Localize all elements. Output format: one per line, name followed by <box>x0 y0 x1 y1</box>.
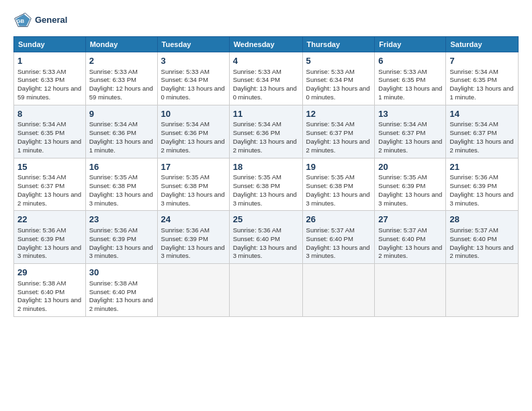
sunrise-label: Sunrise: 5:33 AM <box>233 68 281 75</box>
calendar-cell <box>302 264 375 317</box>
weekday-header-thursday: Thursday <box>302 37 375 52</box>
daylight-label: Daylight: 13 hours and 3 minutes. <box>17 244 81 260</box>
calendar-cell: 28Sunrise: 5:37 AMSunset: 6:40 PMDayligh… <box>446 211 519 264</box>
calendar-cell: 26Sunrise: 5:37 AMSunset: 6:40 PMDayligh… <box>302 211 375 264</box>
day-number: 11 <box>233 108 299 120</box>
sunrise-label: Sunrise: 5:37 AM <box>449 226 498 234</box>
calendar-table: SundayMondayTuesdayWednesdayThursdayFrid… <box>13 36 519 317</box>
daylight-label: Daylight: 13 hours and 0 minutes. <box>306 85 370 101</box>
daylight-label: Daylight: 13 hours and 3 minutes. <box>161 191 225 207</box>
daylight-label: Daylight: 13 hours and 0 minutes. <box>161 85 225 101</box>
calendar-cell: 30Sunrise: 5:38 AMSunset: 6:40 PMDayligh… <box>85 264 157 317</box>
sunset-label: Sunset: 6:40 PM <box>89 288 136 295</box>
sunrise-label: Sunrise: 5:36 AM <box>233 226 281 234</box>
weekday-header-saturday: Saturday <box>446 37 519 52</box>
calendar-cell <box>446 264 519 317</box>
calendar-cell <box>157 264 229 317</box>
sunrise-label: Sunrise: 5:35 AM <box>161 173 210 181</box>
sunrise-label: Sunrise: 5:35 AM <box>378 173 427 181</box>
day-number: 12 <box>306 108 371 120</box>
daylight-label: Daylight: 13 hours and 2 minutes. <box>378 138 442 154</box>
day-number: 5 <box>306 55 371 67</box>
day-number: 26 <box>306 214 371 226</box>
calendar-cell: 7Sunrise: 5:34 AMSunset: 6:35 PMDaylight… <box>446 52 519 105</box>
calendar-cell <box>229 264 302 317</box>
sunrise-label: Sunrise: 5:35 AM <box>306 173 355 181</box>
sunset-label: Sunset: 6:38 PM <box>306 182 353 189</box>
day-number: 17 <box>161 161 226 173</box>
sunrise-label: Sunrise: 5:34 AM <box>17 120 66 128</box>
sunset-label: Sunset: 6:37 PM <box>17 182 64 189</box>
day-number: 16 <box>89 161 154 173</box>
sunset-label: Sunset: 6:35 PM <box>449 76 496 83</box>
daylight-label: Daylight: 12 hours and 59 minutes. <box>89 85 153 101</box>
sunset-label: Sunset: 6:39 PM <box>378 182 425 189</box>
calendar-cell: 25Sunrise: 5:36 AMSunset: 6:40 PMDayligh… <box>229 211 302 264</box>
sunrise-label: Sunrise: 5:36 AM <box>161 226 210 234</box>
day-number: 14 <box>449 108 515 120</box>
daylight-label: Daylight: 13 hours and 3 minutes. <box>449 191 513 207</box>
calendar-cell: 20Sunrise: 5:35 AMSunset: 6:39 PMDayligh… <box>375 158 446 211</box>
daylight-label: Daylight: 13 hours and 2 minutes. <box>378 244 442 260</box>
day-number: 9 <box>89 108 154 120</box>
sunset-label: Sunset: 6:40 PM <box>233 235 280 242</box>
weekday-header-monday: Monday <box>85 37 157 52</box>
sunset-label: Sunset: 6:38 PM <box>233 182 280 189</box>
daylight-label: Daylight: 13 hours and 1 minute. <box>89 138 153 154</box>
calendar-cell: 2Sunrise: 5:33 AMSunset: 6:33 PMDaylight… <box>85 52 157 105</box>
daylight-label: Daylight: 13 hours and 3 minutes. <box>161 244 225 260</box>
sunset-label: Sunset: 6:39 PM <box>161 235 208 242</box>
daylight-label: Daylight: 13 hours and 2 minutes. <box>449 138 513 154</box>
sunrise-label: Sunrise: 5:34 AM <box>161 120 210 128</box>
day-number: 25 <box>233 214 299 226</box>
weekday-header-sunday: Sunday <box>14 37 86 52</box>
sunset-label: Sunset: 6:35 PM <box>17 129 64 136</box>
day-number: 3 <box>161 55 226 67</box>
calendar-cell: 16Sunrise: 5:35 AMSunset: 6:38 PMDayligh… <box>85 158 157 211</box>
day-number: 6 <box>378 55 442 67</box>
calendar-cell: 27Sunrise: 5:37 AMSunset: 6:40 PMDayligh… <box>375 211 446 264</box>
calendar-cell: 4Sunrise: 5:33 AMSunset: 6:34 PMDaylight… <box>229 52 302 105</box>
daylight-label: Daylight: 13 hours and 1 minute. <box>378 85 442 101</box>
sunrise-label: Sunrise: 5:36 AM <box>449 173 498 181</box>
day-number: 8 <box>17 108 82 120</box>
day-number: 22 <box>17 214 82 226</box>
day-number: 19 <box>306 161 371 173</box>
calendar-cell: 29Sunrise: 5:38 AMSunset: 6:40 PMDayligh… <box>14 264 86 317</box>
sunset-label: Sunset: 6:39 PM <box>17 235 64 242</box>
sunset-label: Sunset: 6:39 PM <box>89 235 136 242</box>
calendar-cell: 8Sunrise: 5:34 AMSunset: 6:35 PMDaylight… <box>14 105 86 158</box>
day-number: 7 <box>449 55 515 67</box>
sunrise-label: Sunrise: 5:37 AM <box>306 226 355 234</box>
sunrise-label: Sunrise: 5:38 AM <box>17 279 66 287</box>
sunrise-label: Sunrise: 5:33 AM <box>306 68 355 75</box>
calendar-cell: 18Sunrise: 5:35 AMSunset: 6:38 PMDayligh… <box>229 158 302 211</box>
sunrise-label: Sunrise: 5:34 AM <box>378 120 427 128</box>
sunrise-label: Sunrise: 5:36 AM <box>89 226 138 234</box>
calendar-cell: 17Sunrise: 5:35 AMSunset: 6:38 PMDayligh… <box>157 158 229 211</box>
calendar-week-4: 22Sunrise: 5:36 AMSunset: 6:39 PMDayligh… <box>14 211 519 264</box>
daylight-label: Daylight: 13 hours and 1 minute. <box>449 85 513 101</box>
daylight-label: Daylight: 13 hours and 3 minutes. <box>233 191 297 207</box>
calendar-week-2: 8Sunrise: 5:34 AMSunset: 6:35 PMDaylight… <box>14 105 519 158</box>
sunrise-label: Sunrise: 5:34 AM <box>233 120 281 128</box>
sunset-label: Sunset: 6:35 PM <box>378 76 425 83</box>
calendar-cell: 1Sunrise: 5:33 AMSunset: 6:33 PMDaylight… <box>14 52 86 105</box>
daylight-label: Daylight: 13 hours and 3 minutes. <box>89 244 153 260</box>
day-number: 27 <box>378 214 442 226</box>
page: GB General SundayMondayTuesdayWednesdayT… <box>0 0 532 411</box>
calendar-cell: 9Sunrise: 5:34 AMSunset: 6:36 PMDaylight… <box>85 105 157 158</box>
weekday-header-wednesday: Wednesday <box>229 37 302 52</box>
sunrise-label: Sunrise: 5:33 AM <box>378 68 427 75</box>
daylight-label: Daylight: 13 hours and 3 minutes. <box>378 191 442 207</box>
daylight-label: Daylight: 13 hours and 3 minutes. <box>306 244 370 260</box>
header: GB General <box>13 11 519 30</box>
sunset-label: Sunset: 6:40 PM <box>306 235 353 242</box>
daylight-label: Daylight: 13 hours and 2 minutes. <box>233 138 297 154</box>
daylight-label: Daylight: 13 hours and 2 minutes. <box>161 138 225 154</box>
sunrise-label: Sunrise: 5:35 AM <box>233 173 281 181</box>
daylight-label: Daylight: 13 hours and 3 minutes. <box>306 191 370 207</box>
sunrise-label: Sunrise: 5:34 AM <box>17 173 66 181</box>
sunset-label: Sunset: 6:40 PM <box>449 235 496 242</box>
day-number: 23 <box>89 214 154 226</box>
